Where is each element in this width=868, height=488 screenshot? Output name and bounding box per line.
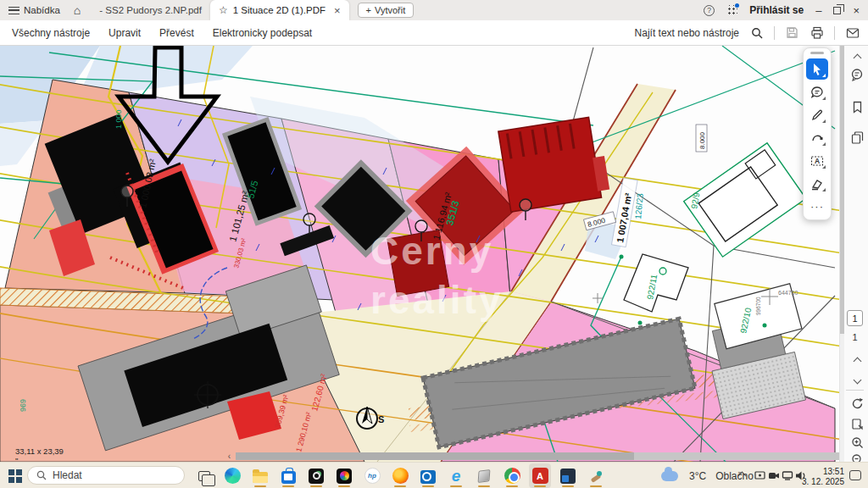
menu-convert[interactable]: Převést	[159, 27, 194, 39]
email-icon[interactable]	[845, 25, 860, 40]
tray-camera-icon[interactable]	[768, 463, 780, 488]
help-icon[interactable]: ?	[704, 5, 715, 16]
firefox-app-icon[interactable]	[389, 463, 411, 488]
document-canvas[interactable]: S 1 000,03 m² 1 101,25 m² 1 116,94 m² 1 …	[0, 46, 839, 462]
svg-text:A: A	[815, 157, 820, 165]
parcel-label-969: 969	[19, 399, 27, 412]
coord-label-e: 644750	[778, 290, 798, 296]
parcel-label-1000: 1 000	[114, 109, 123, 129]
hscroll-left-arrow[interactable]: ‹	[228, 452, 231, 461]
photos-app-icon[interactable]	[333, 463, 355, 488]
find-tools-label[interactable]: Najít text nebo nástroje	[635, 27, 739, 39]
store-app-icon[interactable]	[277, 463, 299, 488]
create-button-label: Vytvořit	[375, 5, 405, 15]
highlighter-tool-button[interactable]	[806, 173, 828, 194]
menu-edit[interactable]: Upravit	[108, 27, 141, 39]
palette-drag-handle[interactable]	[810, 52, 824, 54]
plus-icon: +	[366, 5, 371, 15]
close-window-button[interactable]: ×	[853, 4, 860, 17]
start-button[interactable]	[8, 469, 22, 483]
page-number-input[interactable]: 1	[847, 310, 863, 326]
search-icon[interactable]	[749, 25, 764, 40]
horizontal-scrollbar[interactable]	[236, 452, 839, 460]
page-size-label: 33,11 x 23,39 "	[15, 446, 67, 462]
titlebar: Nabídka ⌂ - SS2 Pudorys 2.NP.pdf ☆ 1 Sit…	[0, 0, 868, 20]
toolbar: Všechny nástroje Upravit Převést Elektro…	[0, 20, 868, 46]
star-icon[interactable]: ☆	[219, 4, 228, 16]
outlook-app-icon[interactable]	[417, 463, 439, 488]
previous-page-button[interactable]	[849, 352, 865, 369]
tray-cast-icon[interactable]	[754, 463, 765, 488]
internet-explorer-app-icon[interactable]: e	[445, 463, 467, 488]
search-placeholder: Hledat	[53, 469, 82, 481]
create-button[interactable]: + Vytvořit	[358, 3, 415, 18]
acrobat-app-icon[interactable]: A	[529, 463, 551, 488]
more-tools-button[interactable]: ···	[806, 196, 828, 217]
acrobat-window: Nabídka ⌂ - SS2 Pudorys 2.NP.pdf ☆ 1 Sit…	[0, 0, 868, 488]
bookmarks-panel-icon[interactable]	[849, 98, 865, 115]
task-view-button[interactable]	[193, 463, 215, 488]
select-tool-button[interactable]	[806, 58, 828, 80]
tab-pudorys-label: - SS2 Pudorys 2.NP.pdf	[99, 5, 202, 15]
menu-button[interactable]: Nabídka	[24, 5, 60, 15]
camera-app-icon[interactable]	[305, 463, 327, 488]
word-app-icon[interactable]	[557, 463, 579, 488]
tab-situace-active[interactable]: ☆ 1 Situace 2D (1).PDF ×	[210, 0, 349, 20]
home-icon[interactable]: ⌂	[74, 3, 81, 17]
site-plan-map[interactable]: S 1 000,03 m² 1 101,25 m² 1 116,94 m² 1 …	[0, 46, 839, 462]
tray-expand-button[interactable]	[739, 463, 745, 488]
taskbar-search-input[interactable]: Hledat	[27, 466, 185, 485]
apps-grid-icon[interactable]	[726, 5, 737, 16]
page-total-label: 1	[847, 332, 863, 342]
file-explorer-app-icon[interactable]	[249, 463, 271, 488]
taskbar-clock[interactable]: 13:51 3. 12. 2025	[802, 467, 844, 486]
menu-all-tools[interactable]: Všechny nástroje	[12, 27, 90, 39]
signin-button[interactable]: Přihlásit se	[749, 4, 804, 16]
more-tools-icon: ···	[810, 200, 824, 213]
chrome-app-icon[interactable]	[501, 463, 523, 488]
cloud-icon	[661, 471, 678, 481]
menu-esign[interactable]: Elektronicky podepsat	[213, 27, 312, 39]
vscroll-thumb[interactable]	[840, 46, 844, 334]
tray-network-icon[interactable]	[782, 463, 793, 488]
hp-app-icon[interactable]: hp	[361, 463, 383, 488]
watermark-line2: reality	[370, 278, 504, 322]
draw-free-tool-button[interactable]	[806, 127, 828, 148]
coord-label-n: 996700	[755, 297, 761, 315]
clock-time: 13:51	[802, 467, 844, 477]
comments-panel-icon[interactable]	[849, 66, 865, 83]
print-icon[interactable]	[810, 25, 824, 40]
export-page-button[interactable]	[849, 415, 865, 432]
comment-tool-button[interactable]	[806, 81, 828, 103]
pages-panel-icon[interactable]	[849, 129, 865, 146]
minimize-button[interactable]: –	[815, 4, 821, 17]
divider	[834, 26, 835, 40]
3d-viewer-app-icon[interactable]	[473, 463, 495, 488]
text-box-tool-button[interactable]: A	[806, 150, 828, 171]
collapse-panel-button[interactable]	[849, 49, 865, 66]
menu-hamburger-icon[interactable]	[8, 7, 19, 14]
search-icon	[36, 470, 47, 480]
restore-button[interactable]	[833, 7, 841, 14]
weather-condition: Oblačno	[715, 470, 754, 482]
notification-center-button[interactable]	[849, 470, 861, 480]
hscroll-thumb[interactable]	[236, 452, 634, 460]
pencil-tool-button[interactable]	[806, 104, 828, 125]
vertical-scrollbar[interactable]	[840, 46, 844, 462]
zoom-in-button[interactable]	[849, 434, 865, 451]
clock-date: 3. 12. 2025	[802, 477, 844, 487]
weather-temp: 3°C	[689, 470, 706, 482]
tab-pudorys[interactable]: - SS2 Pudorys 2.NP.pdf	[91, 0, 210, 20]
rotate-page-button[interactable]	[849, 395, 865, 412]
north-label: S	[378, 414, 384, 424]
edge-app-icon[interactable]	[221, 463, 243, 488]
divider	[846, 390, 864, 391]
dimension-label-2: 8.000	[698, 131, 706, 149]
taskbar-apps: hp e A	[193, 463, 607, 488]
main-area: S 1 000,03 m² 1 101,25 m² 1 116,94 m² 1 …	[0, 46, 868, 462]
paint-app-icon[interactable]	[585, 463, 607, 488]
point-marker	[763, 324, 767, 328]
save-icon[interactable]	[785, 25, 799, 40]
next-page-button[interactable]	[849, 371, 865, 388]
close-tab-icon[interactable]: ×	[334, 4, 341, 17]
